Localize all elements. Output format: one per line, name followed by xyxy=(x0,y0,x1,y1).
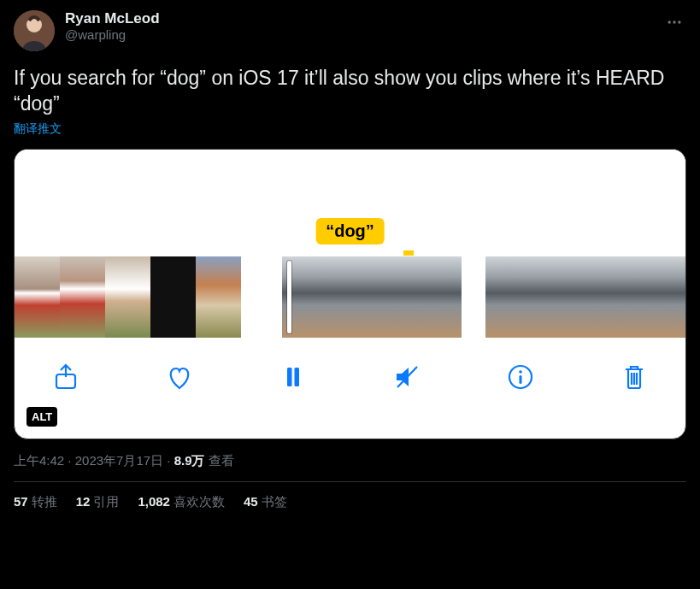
tweet-container: Ryan McLeod @warpling If you search for … xyxy=(0,0,700,521)
clip-frame xyxy=(417,256,462,338)
quotes-label: 引用 xyxy=(93,494,119,509)
clip-group-2 xyxy=(282,256,462,338)
svg-point-3 xyxy=(673,21,675,23)
search-term-marker xyxy=(403,250,414,256)
media-top-area: “dog” xyxy=(15,150,685,256)
media-toolbar xyxy=(15,338,685,416)
tweet-meta[interactable]: 上午4:42 · 2023年7月17日 · 8.9万 查看 xyxy=(14,453,686,469)
alt-text-badge[interactable]: ALT xyxy=(26,407,57,427)
svg-rect-7 xyxy=(295,368,300,386)
svg-point-10 xyxy=(519,370,522,374)
retweets-count: 57 xyxy=(14,494,28,509)
favorite-button[interactable] xyxy=(161,358,198,396)
clip-frame xyxy=(15,256,60,338)
likes-count: 1,082 xyxy=(138,494,170,509)
more-options-button[interactable] xyxy=(662,10,686,38)
delete-button[interactable] xyxy=(615,358,653,396)
likes-label: 喜欢次数 xyxy=(174,494,225,509)
svg-rect-11 xyxy=(520,375,522,384)
tweet-date: 2023年7月17日 xyxy=(75,453,163,468)
views-label: 查看 xyxy=(205,453,234,468)
clip-frame xyxy=(619,256,652,338)
bookmarks-count: 45 xyxy=(244,494,258,509)
display-name[interactable]: Ryan McLeod xyxy=(65,10,662,27)
svg-point-4 xyxy=(678,21,680,23)
user-handle[interactable]: @warpling xyxy=(65,27,662,42)
clip-frame xyxy=(585,256,619,338)
stats-row: 57转推 12引用 1,082喜欢次数 45书签 xyxy=(14,482,686,510)
bookmarks-label: 书签 xyxy=(262,494,287,509)
quotes-stat[interactable]: 12引用 xyxy=(76,494,120,510)
pause-button[interactable] xyxy=(274,358,312,396)
retweets-stat[interactable]: 57转推 xyxy=(14,494,57,510)
search-term-label: “dog” xyxy=(315,218,385,244)
clip-frame xyxy=(519,256,552,338)
retweets-label: 转推 xyxy=(32,494,57,509)
video-timeline[interactable] xyxy=(15,256,685,338)
quotes-count: 12 xyxy=(76,494,91,509)
svg-rect-6 xyxy=(287,368,292,386)
clip-frame xyxy=(150,256,196,338)
share-button[interactable] xyxy=(47,358,85,396)
clip-group-1 xyxy=(15,256,241,338)
playhead[interactable] xyxy=(287,261,291,333)
mute-button[interactable] xyxy=(388,358,426,396)
info-button[interactable] xyxy=(502,358,539,396)
svg-point-2 xyxy=(668,21,671,23)
bookmarks-stat[interactable]: 45书签 xyxy=(244,494,287,510)
views-count: 8.9万 xyxy=(174,453,205,468)
clip-frame xyxy=(552,256,585,338)
clip-frame xyxy=(327,256,373,338)
tweet-time: 上午4:42 xyxy=(14,453,64,468)
translate-link[interactable]: 翻译推文 xyxy=(14,121,686,137)
clip-frame xyxy=(372,256,417,338)
likes-stat[interactable]: 1,082喜欢次数 xyxy=(138,494,225,510)
media-card[interactable]: “dog” xyxy=(14,149,686,439)
clip-frame xyxy=(105,256,150,338)
clip-frame xyxy=(196,256,241,338)
clip-frame xyxy=(652,256,685,338)
clip-group-3 xyxy=(485,256,685,338)
tweet-header: Ryan McLeod @warpling xyxy=(14,10,686,51)
user-block: Ryan McLeod @warpling xyxy=(65,10,662,42)
tweet-text: If you search for “dog” on iOS 17 it’ll … xyxy=(14,65,686,116)
clip-frame xyxy=(60,256,105,338)
avatar[interactable] xyxy=(14,10,55,51)
clip-frame xyxy=(485,256,519,338)
